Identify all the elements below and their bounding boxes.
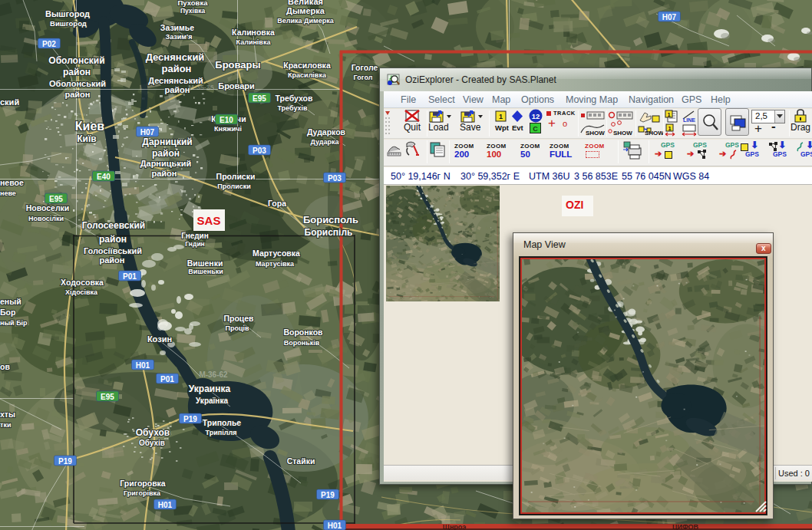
- svg-text:район: район: [100, 255, 125, 265]
- svg-text:Козин: Козин: [147, 334, 172, 344]
- svg-text:Мартусовка: Мартусовка: [253, 249, 300, 258]
- svg-text:Дарницький: Дарницький: [140, 159, 192, 168]
- svg-text:Украинка: Украинка: [189, 384, 231, 394]
- svg-text:SHOW: SHOW: [586, 130, 605, 137]
- svg-text:Щнроэ: Щнроэ: [443, 523, 466, 530]
- svg-text:Київ: Київ: [77, 133, 96, 144]
- svg-text:H07: H07: [662, 13, 677, 21]
- svg-text:1: 1: [668, 125, 671, 132]
- svg-text:Пролиски: Пролиски: [217, 183, 251, 190]
- svg-text:Гоголе: Гоголе: [352, 63, 378, 72]
- svg-text:E95: E95: [101, 393, 114, 401]
- svg-text:Дударка: Дударка: [310, 138, 339, 146]
- svg-text:Обухов: Обухов: [136, 427, 170, 438]
- svg-text:H01: H01: [328, 522, 342, 530]
- svg-text:Требухів: Требухів: [277, 104, 308, 112]
- svg-text:Бровари: Бровари: [218, 81, 255, 91]
- svg-text:E95: E95: [253, 94, 266, 103]
- svg-text:Оболонский: Оболонский: [48, 55, 104, 66]
- svg-text:12: 12: [532, 112, 540, 120]
- svg-text:Калинівка: Калинівка: [236, 38, 272, 46]
- svg-text:район: район: [152, 169, 177, 178]
- svg-text:Триполье: Триполье: [203, 418, 242, 427]
- svg-text:ский: ский: [0, 97, 19, 107]
- svg-text:Обухів: Обухів: [139, 439, 165, 447]
- svg-text:район: район: [63, 67, 91, 77]
- svg-text:Вороньків: Вороньків: [284, 339, 320, 347]
- svg-text:Вишгород: Вишгород: [50, 19, 87, 28]
- svg-text:тки: тки: [0, 421, 11, 429]
- svg-text:хты: хты: [0, 410, 15, 419]
- svg-text:Гндин: Гндин: [185, 240, 205, 248]
- svg-text:M-36-62: M-36-62: [199, 370, 228, 379]
- svg-text:ный Бір: ный Бір: [0, 319, 28, 327]
- svg-text:Велика Димерка: Велика Димерка: [277, 17, 334, 25]
- svg-text:Григоровка: Григоровка: [120, 479, 166, 488]
- svg-text:Деснянский: Деснянский: [146, 51, 205, 63]
- svg-text:Григорівка: Григорівка: [124, 489, 161, 497]
- svg-text:H01: H01: [136, 361, 150, 370]
- svg-text:Стайки: Стайки: [287, 456, 315, 466]
- svg-text:Ходосовка: Ходосовка: [61, 278, 104, 287]
- svg-text:район: район: [162, 63, 192, 74]
- svg-text:P01: P01: [123, 272, 137, 281]
- svg-text:Красиловка: Красиловка: [283, 61, 331, 70]
- svg-text:Бровары: Бровары: [215, 59, 260, 71]
- svg-text:1: 1: [667, 111, 670, 118]
- svg-text:невое: невое: [0, 178, 24, 187]
- svg-text:P02: P02: [42, 40, 56, 48]
- svg-text:Бор: Бор: [0, 308, 15, 317]
- svg-text:Дымерка: Дымерка: [286, 6, 325, 15]
- svg-text:M-35-36: M-35-36: [188, 84, 214, 91]
- svg-text:Процев: Процев: [223, 314, 254, 323]
- svg-text:Гогол: Гогол: [354, 74, 373, 81]
- svg-text:Калиновка: Калиновка: [232, 28, 275, 37]
- svg-text:район: район: [165, 85, 190, 94]
- svg-text:Вишенки: Вишенки: [187, 258, 223, 268]
- svg-text:P03: P03: [328, 174, 342, 183]
- svg-text:Красилівка: Красилівка: [288, 71, 327, 79]
- svg-text:H01: H01: [158, 501, 173, 509]
- svg-text:P19: P19: [183, 415, 197, 423]
- svg-text:Вышгород: Вышгород: [45, 9, 90, 18]
- svg-text:Українка: Українка: [196, 397, 228, 405]
- svg-text:Вишеньки: Вишеньки: [188, 268, 223, 275]
- svg-text:SAS: SAS: [197, 214, 221, 227]
- svg-text:Гора: Гора: [268, 199, 286, 208]
- svg-text:Дарницкий: Дарницкий: [142, 137, 192, 147]
- svg-text:Бориспіль: Бориспіль: [305, 227, 353, 238]
- svg-text:Проців: Проців: [225, 324, 249, 332]
- svg-text:Дударков: Дударков: [307, 127, 346, 137]
- svg-text:район: район: [65, 90, 91, 99]
- svg-text:район: район: [152, 148, 180, 159]
- svg-text:район: район: [99, 234, 127, 245]
- svg-text:E40: E40: [97, 173, 111, 181]
- svg-text:Новоселки: Новоселки: [26, 203, 70, 212]
- svg-text:Княжичі: Княжичі: [214, 125, 242, 133]
- svg-text:Киев: Киев: [75, 120, 105, 133]
- svg-text:Голосеевский: Голосеевский: [82, 220, 145, 231]
- svg-text:Трипілля: Трипілля: [206, 429, 237, 436]
- svg-text:Новосілки: Новосілки: [28, 215, 64, 222]
- svg-text:Мартусівка: Мартусівка: [256, 260, 295, 268]
- svg-text:Гнедин: Гнедин: [181, 232, 209, 240]
- svg-text:E95: E95: [49, 195, 63, 203]
- svg-text:Оболонський: Оболонський: [49, 79, 106, 88]
- svg-text:ов: ов: [0, 362, 10, 371]
- svg-text:ЦИФОВ: ЦИФОВ: [672, 523, 699, 530]
- svg-text:Великая: Великая: [288, 0, 323, 6]
- svg-text:P19: P19: [321, 491, 335, 499]
- svg-text:Требухов: Требухов: [276, 94, 313, 103]
- svg-text:Хідосівка: Хідосівка: [65, 288, 98, 296]
- svg-text:1: 1: [499, 113, 503, 120]
- svg-text:C: C: [533, 125, 538, 133]
- svg-text:Воронков: Воронков: [283, 328, 323, 337]
- svg-text:SHOW: SHOW: [645, 130, 663, 137]
- svg-text:Зазимье: Зазимье: [160, 23, 194, 32]
- svg-text:P03: P03: [253, 146, 266, 155]
- svg-text:LINE: LINE: [683, 117, 695, 123]
- svg-text:P01: P01: [160, 375, 174, 384]
- svg-text:SHOW: SHOW: [613, 130, 632, 137]
- svg-text:P19: P19: [58, 457, 72, 466]
- svg-text:неве: неве: [0, 189, 16, 197]
